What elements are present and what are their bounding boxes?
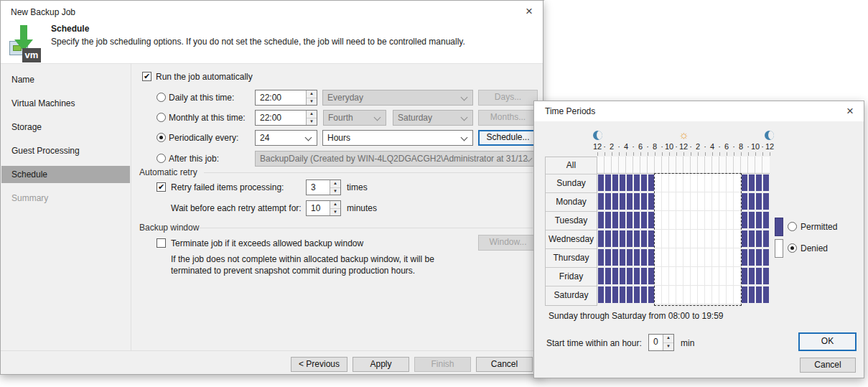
schedule-cell[interactable] bbox=[683, 192, 691, 211]
schedule-cell[interactable] bbox=[698, 174, 705, 192]
schedule-cell[interactable] bbox=[626, 267, 633, 286]
schedule-cell[interactable] bbox=[705, 192, 712, 211]
schedule-cell[interactable] bbox=[741, 211, 748, 230]
schedule-cell[interactable] bbox=[597, 230, 605, 248]
schedule-cell[interactable] bbox=[612, 211, 619, 230]
schedule-cell[interactable] bbox=[605, 192, 612, 211]
schedule-cell[interactable] bbox=[727, 248, 734, 267]
schedule-cell[interactable] bbox=[640, 192, 648, 211]
previous-button[interactable]: < Previous bbox=[291, 357, 347, 372]
daily-time-input[interactable]: 22:00 ▲▼ bbox=[255, 90, 317, 106]
schedule-cell[interactable] bbox=[612, 230, 619, 248]
schedule-cell[interactable] bbox=[734, 211, 741, 230]
schedule-cell[interactable] bbox=[683, 211, 691, 230]
sidebar-item-storage[interactable]: Storage bbox=[1, 118, 130, 136]
schedule-cell[interactable] bbox=[648, 230, 655, 248]
schedule-cell-all[interactable] bbox=[719, 157, 727, 174]
ok-button[interactable]: OK bbox=[798, 332, 857, 351]
schedule-cell[interactable] bbox=[676, 174, 683, 192]
schedule-cell[interactable] bbox=[748, 267, 755, 286]
schedule-cell[interactable] bbox=[734, 286, 741, 304]
schedule-cell[interactable] bbox=[691, 230, 698, 248]
schedule-cell[interactable] bbox=[719, 211, 727, 230]
schedule-cell-all[interactable] bbox=[755, 157, 762, 174]
schedule-cell-all[interactable] bbox=[612, 157, 619, 174]
schedule-cell[interactable] bbox=[655, 248, 662, 267]
periodically-value-dropdown[interactable]: 24 bbox=[255, 130, 317, 146]
schedule-cell[interactable] bbox=[748, 248, 755, 267]
retry-failed-checkbox[interactable]: ✔ bbox=[157, 182, 166, 192]
schedule-cell[interactable] bbox=[712, 211, 719, 230]
schedule-cell-all[interactable] bbox=[605, 157, 612, 174]
schedule-cell[interactable] bbox=[762, 267, 770, 286]
schedule-cell[interactable] bbox=[691, 192, 698, 211]
schedule-cell[interactable] bbox=[612, 174, 619, 192]
schedule-cell[interactable] bbox=[619, 248, 626, 267]
schedule-cell[interactable] bbox=[597, 267, 605, 286]
schedule-cell[interactable] bbox=[669, 248, 676, 267]
schedule-cell[interactable] bbox=[662, 248, 669, 267]
schedule-cell[interactable] bbox=[676, 192, 683, 211]
schedule-cell[interactable] bbox=[683, 174, 691, 192]
schedule-cell-all[interactable] bbox=[683, 157, 691, 174]
schedule-cell[interactable] bbox=[626, 192, 633, 211]
schedule-cell[interactable] bbox=[605, 174, 612, 192]
grid-row-label-friday[interactable]: Friday bbox=[546, 268, 597, 286]
schedule-cell[interactable] bbox=[755, 286, 762, 304]
monthly-time-spinner[interactable]: ▲▼ bbox=[306, 111, 317, 125]
schedule-cell[interactable] bbox=[741, 248, 748, 267]
schedule-cell[interactable] bbox=[655, 211, 662, 230]
grid-row-label-sunday[interactable]: Sunday bbox=[546, 174, 597, 193]
schedule-cell-all[interactable] bbox=[705, 157, 712, 174]
schedule-cell-all[interactable] bbox=[727, 157, 734, 174]
schedule-cell-all[interactable] bbox=[669, 157, 676, 174]
schedule-cell[interactable] bbox=[712, 248, 719, 267]
schedule-cell[interactable] bbox=[734, 267, 741, 286]
schedule-cell[interactable] bbox=[755, 174, 762, 192]
retry-count-input[interactable]: 3 ▲▼ bbox=[306, 179, 341, 195]
sidebar-item-schedule[interactable]: Schedule bbox=[1, 166, 130, 183]
schedule-cell[interactable] bbox=[648, 248, 655, 267]
schedule-cell[interactable] bbox=[741, 174, 748, 192]
schedule-cell[interactable] bbox=[669, 192, 676, 211]
grid-row-label-tuesday[interactable]: Tuesday bbox=[546, 212, 597, 230]
schedule-cell[interactable] bbox=[655, 174, 662, 192]
wait-minutes-input[interactable]: 10 ▲▼ bbox=[306, 200, 341, 216]
schedule-cell[interactable] bbox=[662, 211, 669, 230]
schedule-cell[interactable] bbox=[705, 248, 712, 267]
schedule-cell[interactable] bbox=[762, 192, 770, 211]
schedule-cell[interactable] bbox=[640, 211, 648, 230]
schedule-cell[interactable] bbox=[626, 286, 633, 304]
schedule-cell[interactable] bbox=[755, 192, 762, 211]
grid-row-label-thursday[interactable]: Thursday bbox=[546, 249, 597, 268]
schedule-cell-all[interactable] bbox=[655, 157, 662, 174]
schedule-cell[interactable] bbox=[705, 267, 712, 286]
schedule-cell[interactable] bbox=[748, 192, 755, 211]
schedule-cell[interactable] bbox=[741, 267, 748, 286]
schedule-cell[interactable] bbox=[719, 267, 727, 286]
schedule-cell[interactable] bbox=[662, 174, 669, 192]
schedule-cell[interactable] bbox=[633, 211, 640, 230]
schedule-cell-all[interactable] bbox=[597, 157, 605, 174]
grid-row-label-monday[interactable]: Monday bbox=[546, 193, 597, 212]
schedule-cell[interactable] bbox=[605, 230, 612, 248]
schedule-cell[interactable] bbox=[655, 267, 662, 286]
terminate-job-checkbox[interactable] bbox=[157, 238, 166, 248]
schedule-cell[interactable] bbox=[633, 248, 640, 267]
schedule-cell[interactable] bbox=[691, 211, 698, 230]
schedule-cell[interactable] bbox=[662, 192, 669, 211]
schedule-cell[interactable] bbox=[676, 286, 683, 304]
schedule-cell[interactable] bbox=[719, 230, 727, 248]
schedule-cell[interactable] bbox=[648, 192, 655, 211]
schedule-cell[interactable] bbox=[734, 174, 741, 192]
schedule-cell[interactable] bbox=[648, 174, 655, 192]
schedule-cell[interactable] bbox=[669, 174, 676, 192]
schedule-cell[interactable] bbox=[619, 211, 626, 230]
schedule-cell[interactable] bbox=[705, 174, 712, 192]
schedule-cell[interactable] bbox=[719, 286, 727, 304]
schedule-cell[interactable] bbox=[691, 174, 698, 192]
close-icon[interactable]: × bbox=[842, 104, 858, 118]
main-dialog-titlebar[interactable]: New Backup Job × bbox=[1, 1, 543, 22]
schedule-cell[interactable] bbox=[712, 174, 719, 192]
schedule-cell[interactable] bbox=[734, 230, 741, 248]
